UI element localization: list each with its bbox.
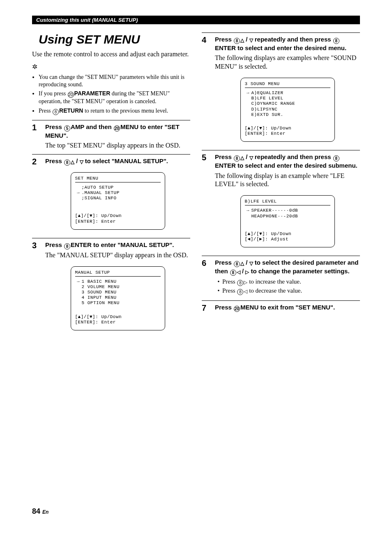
osd-title: B)LFE LEVEL	[245, 199, 330, 205]
button-ref-label: ENTER	[215, 162, 236, 169]
button-ref-number: 8	[333, 38, 339, 44]
button-ref-label: PARAMETER	[74, 90, 111, 97]
page-title: Using SET MENU	[32, 32, 190, 46]
osd-hints: [▲]/[▼]: Up/Down [ENTER]: Enter	[245, 126, 330, 136]
osd-display: MANUAL SETUP →1 BASIC MENU 2 VOLUME MENU…	[71, 266, 165, 331]
osd-cursor-icon: →	[75, 279, 82, 284]
step-3: 3 Press 8ENTER to enter "MANUAL SETUP". …	[32, 238, 190, 335]
up-icon	[240, 153, 244, 160]
osd-hints: [▲]/[▼]: Up/Down [◄]/[►]: Adjust	[245, 231, 330, 242]
step-number: 7	[202, 303, 215, 313]
intro-text: Use the remote control to access and adj…	[32, 51, 190, 58]
left-icon	[237, 268, 240, 275]
button-ref-number: 8	[333, 155, 339, 162]
step-heading: Press 8ENTER to enter "MANUAL SETUP".	[45, 241, 190, 249]
step-heading: Press 8 / to select "MANUAL SETUP".	[45, 157, 190, 166]
button-ref-number: 8	[237, 280, 243, 286]
button-ref-number: 8	[230, 270, 236, 276]
note-item: You can change the "SET MENU" parameters…	[39, 74, 190, 88]
button-ref-label: RETURN	[59, 107, 83, 114]
button-ref-label: MENU	[120, 123, 138, 130]
step-heading: Press 8 / repeatedly and then press 8ENT…	[215, 153, 360, 170]
osd-cursor-icon: →	[245, 90, 251, 96]
notes-list: You can change the "SET MENU" parameters…	[32, 74, 190, 115]
button-ref-label: ENTER	[71, 241, 92, 248]
step-2: 2 Press 8 / to select "MANUAL SETUP". SE…	[32, 154, 190, 234]
step-number: 6	[202, 259, 215, 296]
hint-icon: ✲	[32, 63, 37, 71]
button-ref-label: ENTER	[215, 44, 236, 51]
step-6: 6 Press 8 / to select the desired parame…	[202, 256, 360, 296]
osd-title: 3 SOUND MENU	[245, 81, 330, 88]
button-ref-number: 8	[234, 261, 240, 267]
right-icon	[245, 268, 249, 275]
step-1: 1 Press 5AMP and then 20MENU to enter "S…	[32, 120, 190, 150]
step-sub-item: • Press 8 to decrease the value.	[215, 287, 360, 295]
down-icon	[80, 157, 83, 164]
step-description: The "MANUAL SETUP" display appears in th…	[45, 251, 190, 260]
osd-display: 3 SOUND MENU →A)EQUALIZER B)LFE LEVEL C)…	[240, 78, 335, 142]
note-item: If you press 20PARAMETER during the "SET…	[39, 90, 190, 105]
osd-hints: [▲]/[▼]: Up/Down [ENTER]: Enter	[75, 314, 161, 325]
note-item: Press 8RETURN to return to the previous …	[39, 107, 190, 115]
button-ref-number: 8	[53, 109, 59, 115]
step-number: 2	[32, 157, 45, 234]
button-ref-label: AMP	[71, 123, 84, 130]
step-number: 4	[202, 35, 215, 146]
step-description: The following display is an example wher…	[215, 172, 360, 189]
osd-cursor-icon: →	[245, 208, 251, 213]
step-4: 4 Press 8 / repeatedly and then press 8E…	[202, 32, 360, 146]
step-heading: Press 20MENU to exit from "SET MENU".	[215, 303, 360, 312]
step-description: The top "SET MENU" display appears in th…	[45, 141, 190, 150]
page-number: 84 En	[32, 507, 360, 516]
button-ref-number: 8	[234, 38, 240, 44]
left-column: Using SET MENU Use the remote control to…	[32, 32, 190, 335]
osd-display: B)LFE LEVEL →SPEAKER······0dB HEADPHONE·…	[240, 195, 335, 247]
step-heading: Press 8 / to select the desired paramete…	[215, 259, 360, 276]
step-5: 5 Press 8 / repeatedly and then press 8E…	[202, 150, 360, 252]
section-header-bar: Customizing this unit (MANUAL SETUP)	[32, 16, 360, 24]
osd-title: SET MENU	[75, 176, 161, 182]
step-number: 3	[32, 241, 45, 335]
up-icon	[240, 36, 244, 43]
step-heading: Press 8 / repeatedly and then press 8ENT…	[215, 35, 360, 52]
osd-hints: [▲]/[▼]: Up/Down [ENTER]: Enter	[75, 213, 161, 224]
button-ref-number: 20	[234, 306, 240, 312]
step-description: The following displays are examples wher…	[215, 54, 360, 71]
up-icon	[71, 157, 74, 164]
button-ref-number: 8	[237, 289, 243, 295]
step-number: 1	[32, 123, 45, 150]
up-icon	[240, 259, 244, 266]
button-ref-number: 8	[64, 159, 70, 166]
step-number: 5	[202, 153, 215, 252]
osd-display: SET MENU ;AUTO SETUP →.MANUAL SETUP ;SIG…	[71, 172, 165, 230]
right-column: 4 Press 8 / repeatedly and then press 8E…	[202, 32, 360, 335]
button-ref-number: 20	[68, 92, 74, 98]
osd-cursor-icon: →	[75, 190, 82, 196]
button-ref-number: 8	[64, 243, 70, 249]
down-icon	[249, 153, 253, 160]
button-ref-number: 5	[64, 125, 70, 132]
step-heading: Press 5AMP and then 20MENU to enter "SET…	[45, 123, 190, 140]
down-icon	[249, 259, 253, 266]
osd-title: MANUAL SETUP	[75, 270, 161, 277]
down-icon	[249, 36, 253, 43]
step-sub-item: • Press 8 to increase the value.	[215, 278, 360, 286]
button-ref-number: 20	[114, 125, 120, 132]
step-7: 7 Press 20MENU to exit from "SET MENU".	[202, 300, 360, 313]
button-ref-number: 8	[234, 155, 240, 162]
button-ref-label: MENU	[240, 304, 258, 311]
